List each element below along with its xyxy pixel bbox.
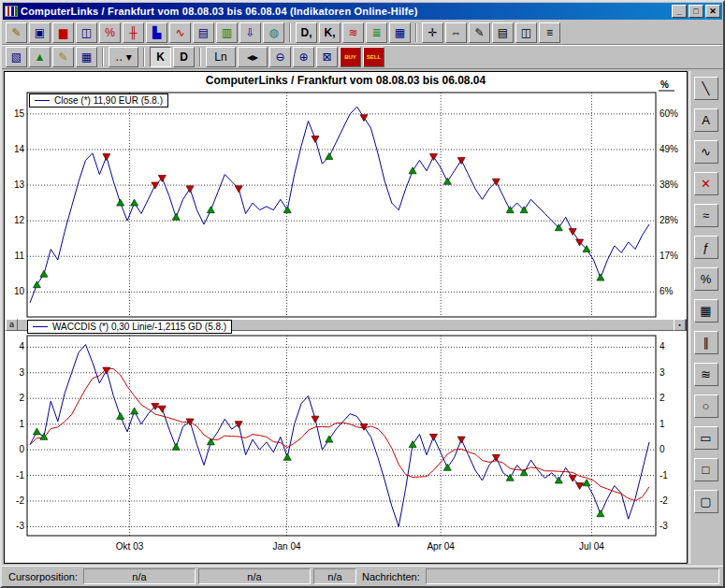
cursor-date-value: n/a [313,568,356,584]
pane-marker[interactable]: a [6,319,18,331]
copy-chart-icon[interactable]: ▣ [29,22,51,43]
signal-arrows-icon[interactable]: ▲ [29,47,51,67]
buy-signal-button[interactable]: BUY [340,47,361,67]
grid-hatch-tool[interactable]: ▦ [694,299,718,323]
percent-lines-tool[interactable]: % [694,267,718,291]
trend-line-tool[interactable]: ╲ [694,77,718,100]
columns-icon[interactable]: ◫ [515,22,537,43]
percent-view-icon[interactable]: % [99,22,121,43]
list-icon[interactable]: ≡ [539,22,560,43]
toolbar-separator [102,48,104,66]
chart-title: ComputerLinks / Frankfurt vom 08.08.03 b… [5,74,687,87]
chart-window-icon[interactable]: ▧ [6,47,27,67]
overlay-icon[interactable]: ≣ [366,22,387,43]
window-controls: _ □ ✕ [672,5,720,18]
svg-text:6%: 6% [660,286,674,296]
svg-text:3: 3 [660,367,665,378]
svg-text:-3: -3 [660,521,668,531]
candle-chart-icon[interactable]: ╫ [123,22,144,43]
channel-tool[interactable]: ≋ [694,363,718,386]
report-icon[interactable]: ▥ [216,22,238,43]
k-chart-button[interactable]: K [150,47,171,67]
draw-tool-icon[interactable]: ✎ [52,47,74,67]
daily-period-button[interactable]: D, [296,22,317,43]
export-icon[interactable]: ⇩ [239,22,261,43]
maximize-button[interactable]: □ [689,5,703,18]
svg-text:49%: 49% [660,144,678,154]
svg-text:1: 1 [660,419,665,429]
svg-text:10: 10 [14,286,25,296]
quote-table-icon[interactable]: ▤ [193,22,214,43]
svg-text:2: 2 [19,393,24,403]
main-toolbar: ✎▣▆◫%╫▙∿▤▥⇩◍D,K,≋≣▦✛⇔✎▤◫≡ [2,21,723,45]
svg-text:12: 12 [14,215,25,225]
splitter-button[interactable]: ▪ [674,319,686,331]
chart-panel: 106%1117%1228%1338%1449%1560%-3-3-2-2-1-… [4,71,688,564]
svg-text:28%: 28% [660,215,678,225]
close-button[interactable]: ✕ [705,5,720,18]
rectangle-tool[interactable]: □ [694,458,718,481]
line-chart-icon[interactable]: ∿ [169,22,191,43]
price-line-swatch [35,100,50,101]
svg-text:4: 4 [660,341,665,351]
svg-text:0: 0 [19,444,24,454]
window-title: ComputerLinks / Frankfurt vom 08.08.03 b… [21,6,669,17]
chart-plot[interactable]: 106%1117%1228%1338%1449%1560%-3-3-2-2-1-… [5,72,687,563]
zoom-in-icon[interactable]: ⊕ [293,47,314,67]
volume-chart-icon[interactable]: ▙ [146,22,167,43]
grid-icon[interactable]: ▦ [389,22,411,43]
notes-page-icon[interactable]: ▤ [492,22,514,43]
app-icon [5,6,18,17]
svg-text:-2: -2 [16,495,24,506]
price-legend: Close (*) 11,90 EUR (5.8.) [29,93,168,108]
edit-chart-icon[interactable]: ✎ [6,22,27,43]
delete-drawing-tool[interactable]: ✕ [694,172,718,195]
toolbar-separator [289,23,291,42]
weekly-period-button[interactable]: K, [319,22,341,43]
line-style-dropdown[interactable]: ‥ ▾ [109,47,138,67]
move-icon[interactable]: ⇔ [445,22,467,43]
bar-chart-icon[interactable]: ▆ [52,22,74,43]
news-label: Nachrichten: [359,571,423,582]
svg-text:13: 13 [14,179,25,190]
cursor-x-value: n/a [83,568,196,584]
svg-text:15: 15 [14,108,25,119]
fibonacci-tool[interactable]: ƒ [694,236,718,259]
chart-toolbar: ▧▲✎▦‥ ▾KDLn◂▸⊖⊕⊠BUYSELL [2,45,723,69]
portfolio-icon[interactable]: ▦ [76,47,97,67]
svg-text:Jan 04: Jan 04 [273,541,301,552]
sell-signal-button[interactable]: SELL [363,47,384,67]
zoom-out-icon[interactable]: ⊖ [269,47,291,67]
svg-text:-1: -1 [660,470,668,480]
zigzag-tool[interactable]: ≈ [694,204,718,227]
chart-wrap: 106%1117%1228%1338%1449%1560%-3-3-2-2-1-… [4,71,688,564]
svg-text:Apr 04: Apr 04 [427,541,455,552]
crosshair-icon[interactable]: ✛ [422,22,443,43]
svg-text:38%: 38% [660,179,678,190]
svg-text:-3: -3 [16,521,24,531]
svg-text:-2: -2 [660,495,668,506]
circle-tool[interactable]: ○ [694,394,718,418]
web-icon[interactable]: ◍ [263,22,284,43]
parallel-lines-tool[interactable]: ∥ [694,331,718,354]
draw-pencil-icon[interactable]: ✎ [469,22,490,43]
text-tool[interactable]: A [694,108,718,132]
ellipse-tool[interactable]: ▭ [694,426,718,450]
ln-scale-button[interactable]: Ln [206,47,236,67]
status-bar: Cursorposition: n/a n/a n/a Nachrichten: [2,566,723,586]
indicator-icon[interactable]: ≋ [342,22,364,43]
zoom-range-icon[interactable]: ⊠ [316,47,338,67]
compare-charts-icon[interactable]: ◫ [76,22,97,43]
scroll-arrows-icon[interactable]: ◂▸ [238,47,268,67]
freehand-tool[interactable]: ∿ [694,140,718,164]
indicator-legend-text: WACCDIS (*) 0,30 Linie/-1,2115 GD (5.8.) [52,322,226,332]
minimize-button[interactable]: _ [672,5,687,18]
svg-text:2: 2 [660,393,665,403]
svg-text:17%: 17% [660,251,678,261]
rounded-rect-tool[interactable]: ▢ [694,490,718,513]
svg-text:0: 0 [660,444,665,454]
drawing-toolbar: ╲A∿✕≈ƒ%▦∥≋○▭□▢ [689,71,721,564]
app-window: ComputerLinks / Frankfurt vom 08.08.03 b… [0,0,725,588]
d-chart-button[interactable]: D [173,47,195,67]
svg-text:14: 14 [14,144,25,154]
